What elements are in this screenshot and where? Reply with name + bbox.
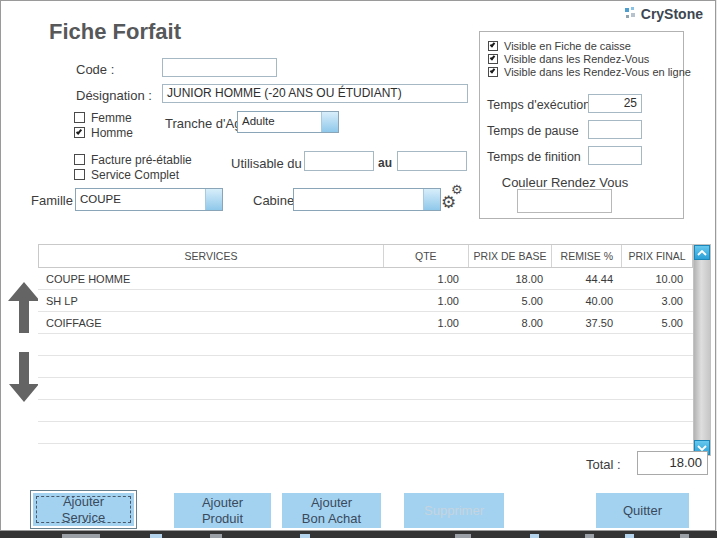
cell-remise: 40.00 (553, 290, 623, 311)
cell-service: COIFFAGE (38, 312, 384, 333)
table-row-empty[interactable] (38, 334, 693, 356)
table-row[interactable]: COUPE HOMME 1.00 18.00 44.44 10.00 (38, 268, 693, 290)
table-row-empty[interactable] (38, 400, 693, 422)
cell-qte: 1.00 (384, 312, 469, 333)
gears-icon[interactable]: ⚙⚙ (441, 184, 473, 216)
visible-rdv-checkbox[interactable] (488, 54, 498, 64)
check-icon (76, 128, 82, 135)
utilisable-du-label: Utilisable du (231, 156, 302, 171)
famille-select[interactable]: COUPE (75, 188, 223, 211)
chevron-up-icon[interactable] (694, 245, 710, 260)
couleur-rdv-swatch[interactable] (517, 189, 612, 213)
service-complet-checkbox[interactable] (74, 169, 85, 180)
facture-pre-etablie-checkbox[interactable] (74, 154, 85, 165)
temps-pause-label: Temps de pause (487, 124, 579, 138)
code-field[interactable] (162, 58, 277, 77)
temps-execution-label: Temps d'exécution (487, 98, 590, 112)
homme-checkbox[interactable] (74, 127, 85, 138)
table-row-empty[interactable] (38, 378, 693, 400)
tranche-age-value: Adulte (242, 115, 275, 127)
ajouter-service-button[interactable]: Ajouter Service (33, 493, 134, 526)
table-scrollbar[interactable] (693, 244, 711, 456)
quitter-button[interactable]: Quitter (596, 493, 689, 528)
utilisable-au-field[interactable] (397, 151, 467, 171)
cell-qte: 1.00 (384, 268, 469, 289)
cell-service: COUPE HOMME (38, 268, 384, 289)
column-remise[interactable]: REMISE % (552, 245, 622, 267)
temps-execution-field[interactable]: 25 (588, 94, 642, 113)
options-panel: Visible en Fiche de caisse Visible dans … (479, 31, 684, 219)
temps-finition-label: Temps de finition (487, 150, 581, 164)
cell-remise: 44.44 (553, 268, 623, 289)
dropdown-button-icon[interactable] (423, 189, 440, 210)
taskbar-strip (0, 531, 717, 538)
cell-prix-final: 10.00 (623, 268, 693, 289)
page-title: Fiche Forfait (49, 19, 181, 45)
check-icon (490, 55, 496, 61)
femme-label: Femme (91, 111, 132, 125)
code-label: Code : (76, 62, 114, 77)
famille-label: Famille (31, 193, 73, 208)
temps-pause-field[interactable] (588, 120, 642, 139)
cell-prix-base: 5.00 (469, 290, 553, 311)
brand-name: CryStone (641, 6, 703, 22)
table-body: COUPE HOMME 1.00 18.00 44.44 10.00 SH LP… (38, 268, 693, 444)
table-row-empty[interactable] (38, 356, 693, 378)
supprimer-button: Supprimer (404, 493, 504, 528)
table-row[interactable]: SH LP 1.00 5.00 40.00 3.00 (38, 290, 693, 312)
visible-caisse-label: Visible en Fiche de caisse (504, 40, 631, 52)
column-prix-final[interactable]: PRIX FINAL (622, 245, 692, 267)
famille-value: COUPE (80, 193, 121, 205)
check-icon (490, 68, 496, 74)
visible-rdv-ligne-label: Visible dans les Rendez-Vous en ligne (504, 66, 691, 78)
designation-field[interactable]: JUNIOR HOMME (-20 ANS OU ÉTUDIANT) (162, 84, 468, 103)
down-arrow-icon[interactable] (8, 351, 40, 403)
ajouter-service-button-wrap: Ajouter Service (30, 490, 137, 529)
crystone-dots-icon (625, 7, 638, 21)
table-row[interactable]: COIFFAGE 1.00 8.00 37.50 5.00 (38, 312, 693, 334)
window: CryStone Fiche Forfait Code : Désignatio… (0, 0, 716, 531)
cell-prix-base: 8.00 (469, 312, 553, 333)
utilisable-du-field[interactable] (304, 151, 374, 171)
cell-qte: 1.00 (384, 290, 469, 311)
au-label: au (378, 156, 392, 170)
visible-caisse-checkbox[interactable] (488, 41, 498, 51)
homme-label: Homme (91, 126, 133, 140)
cell-prix-base: 18.00 (469, 268, 553, 289)
dropdown-button-icon[interactable] (321, 112, 338, 132)
ajouter-bon-achat-button[interactable]: Ajouter Bon Achat (282, 493, 381, 528)
facture-pre-etablie-label: Facture pré-établie (91, 153, 192, 167)
tranche-age-select[interactable]: Adulte (237, 111, 339, 133)
check-icon (490, 42, 496, 48)
table-header: SERVICES QTE PRIX DE BASE REMISE % PRIX … (38, 244, 693, 268)
service-complet-label: Service Complet (91, 168, 179, 182)
ajouter-produit-button[interactable]: Ajouter Produit (174, 493, 271, 528)
column-services[interactable]: SERVICES (39, 245, 384, 267)
visible-rdv-ligne-checkbox[interactable] (488, 67, 498, 77)
cell-remise: 37.50 (553, 312, 623, 333)
total-field: 18.00 (637, 451, 708, 475)
brand: CryStone (625, 6, 703, 22)
dropdown-button-icon[interactable] (205, 189, 222, 210)
cabine-label: Cabine (253, 193, 294, 208)
femme-checkbox[interactable] (74, 112, 85, 123)
cell-prix-final: 5.00 (623, 312, 693, 333)
column-prix-de-base[interactable]: PRIX DE BASE (469, 245, 553, 267)
couleur-rdv-label: Couleur Rendez Vous (480, 175, 650, 190)
cell-service: SH LP (38, 290, 384, 311)
column-qte[interactable]: QTE (384, 245, 469, 267)
designation-label: Désignation : (76, 88, 152, 103)
visible-rdv-label: Visible dans les Rendez-Vous (504, 53, 649, 65)
table-row-empty[interactable] (38, 422, 693, 444)
fiche-forfait-screen: CryStone Fiche Forfait Code : Désignatio… (0, 0, 717, 538)
temps-finition-field[interactable] (588, 146, 642, 165)
total-label: Total : (586, 457, 621, 472)
up-arrow-icon[interactable] (6, 281, 42, 335)
cabine-select[interactable] (293, 188, 441, 211)
cell-prix-final: 3.00 (623, 290, 693, 311)
